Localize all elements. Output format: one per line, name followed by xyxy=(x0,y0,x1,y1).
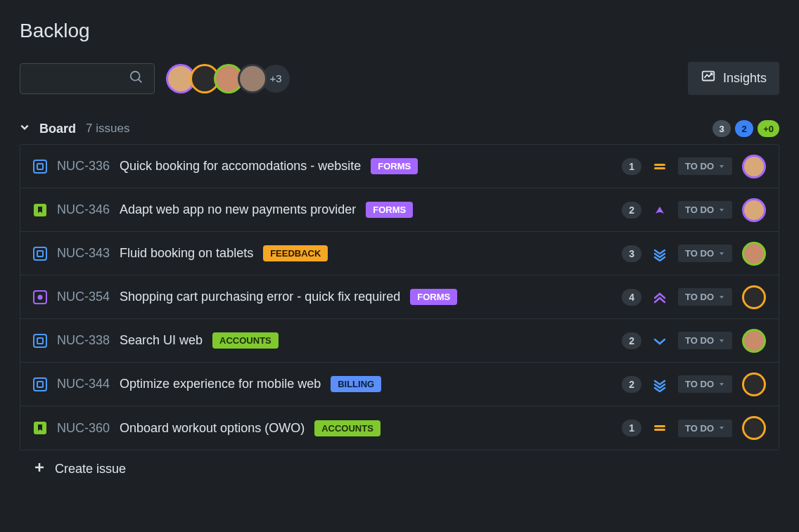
badge-inprogress[interactable]: 2 xyxy=(735,120,753,137)
assignee-avatar[interactable] xyxy=(742,285,766,309)
story-points[interactable]: 1 xyxy=(622,158,641,175)
section-title: Board xyxy=(39,122,76,136)
assignee-avatar[interactable] xyxy=(742,242,766,266)
svg-rect-12 xyxy=(34,335,46,347)
priority-highest-icon[interactable] xyxy=(651,289,668,306)
issue-row[interactable]: NUC-344Optimize experience for mobile we… xyxy=(20,363,779,406)
story-points[interactable]: 2 xyxy=(622,376,641,393)
toolbar: +3 Insights xyxy=(20,62,779,95)
issue-row[interactable]: NUC-338Search UI webACCOUNTS2TO DO xyxy=(20,319,779,363)
issue-title[interactable]: Quick booking for accomodations - websit… xyxy=(120,159,361,174)
issue-row[interactable]: NUC-360Onboard workout options (OWO)ACCO… xyxy=(20,406,779,450)
svg-rect-17 xyxy=(654,425,665,427)
status-dropdown[interactable]: TO DO xyxy=(678,157,732,175)
svg-rect-18 xyxy=(654,429,665,431)
svg-rect-5 xyxy=(654,164,665,166)
issue-key[interactable]: NUC-354 xyxy=(57,290,110,304)
issue-key[interactable]: NUC-336 xyxy=(57,159,110,174)
search-input[interactable] xyxy=(20,63,155,94)
issue-title[interactable]: Fluid booking on tablets xyxy=(120,246,253,261)
badge-todo[interactable]: 3 xyxy=(712,120,731,137)
epic-label[interactable]: BILLING xyxy=(331,376,381,392)
issue-row[interactable]: NUC-336Quick booking for accomodations -… xyxy=(20,145,779,188)
avatar-stack[interactable]: +3 xyxy=(166,64,290,93)
plus-icon xyxy=(34,462,45,476)
avatar[interactable] xyxy=(238,64,267,93)
status-dropdown[interactable]: TO DO xyxy=(678,201,732,219)
story-icon xyxy=(33,334,47,348)
epic-label[interactable]: FEEDBACK xyxy=(263,245,328,261)
status-dropdown[interactable]: TO DO xyxy=(678,245,732,262)
issue-key[interactable]: NUC-346 xyxy=(57,202,110,217)
epic-label[interactable]: FORMS xyxy=(410,289,457,305)
priority-lowest-icon[interactable] xyxy=(651,245,668,262)
issue-key[interactable]: NUC-338 xyxy=(57,333,110,348)
insights-label: Insights xyxy=(723,71,767,86)
create-issue-label: Create issue xyxy=(55,462,126,476)
issue-title[interactable]: Search UI web xyxy=(120,333,203,348)
priority-low-icon[interactable] xyxy=(651,332,668,349)
status-dropdown[interactable]: TO DO xyxy=(678,288,732,306)
story-points[interactable]: 2 xyxy=(622,332,641,349)
story-points[interactable]: 2 xyxy=(622,202,641,219)
issue-key[interactable]: NUC-360 xyxy=(57,421,110,436)
badge-done[interactable]: +0 xyxy=(758,120,779,137)
insights-button[interactable]: Insights xyxy=(688,62,779,95)
priority-high-icon[interactable] xyxy=(651,202,668,219)
priority-medium-icon[interactable] xyxy=(651,158,668,175)
status-dropdown[interactable]: TO DO xyxy=(678,420,732,437)
issue-row[interactable]: NUC-343Fluid booking on tabletsFEEDBACK3… xyxy=(20,232,779,275)
story-points[interactable]: 4 xyxy=(622,289,641,306)
epic-label[interactable]: FORMS xyxy=(371,158,418,174)
issue-key[interactable]: NUC-343 xyxy=(57,246,110,261)
status-badges: 3 2 +0 xyxy=(712,120,779,137)
bug-icon xyxy=(33,290,47,304)
bookmark-icon xyxy=(33,421,47,435)
svg-rect-9 xyxy=(37,251,43,257)
search-icon xyxy=(129,70,144,88)
assignee-avatar[interactable] xyxy=(742,372,766,396)
issue-title[interactable]: Optimize experience for mobile web xyxy=(120,377,321,391)
create-issue-button[interactable]: Create issue xyxy=(20,450,779,488)
page-title: Backlog xyxy=(20,20,779,42)
priority-medium-icon[interactable] xyxy=(651,420,668,436)
svg-rect-6 xyxy=(654,167,665,169)
svg-point-11 xyxy=(38,294,43,299)
bookmark-icon xyxy=(33,203,47,217)
epic-label[interactable]: ACCOUNTS xyxy=(314,420,381,436)
priority-lowest-icon[interactable] xyxy=(651,376,668,393)
issue-list: NUC-336Quick booking for accomodations -… xyxy=(20,144,779,450)
svg-rect-15 xyxy=(37,382,43,387)
epic-label[interactable]: FORMS xyxy=(366,202,413,218)
story-icon xyxy=(33,377,47,391)
story-icon xyxy=(33,160,47,174)
story-icon xyxy=(33,247,47,261)
svg-rect-8 xyxy=(34,247,46,260)
status-dropdown[interactable]: TO DO xyxy=(678,375,732,393)
section-header[interactable]: Board 7 issues 3 2 +0 xyxy=(20,120,779,137)
story-points[interactable]: 1 xyxy=(622,420,641,436)
svg-rect-13 xyxy=(37,338,43,344)
svg-point-0 xyxy=(131,71,140,80)
assignee-avatar[interactable] xyxy=(742,155,766,179)
assignee-avatar[interactable] xyxy=(742,329,766,353)
status-dropdown[interactable]: TO DO xyxy=(678,332,732,349)
chevron-down-icon xyxy=(20,122,30,135)
issue-title[interactable]: Onboard workout options (OWO) xyxy=(120,421,305,436)
issue-row[interactable]: NUC-354Shopping cart purchasing error - … xyxy=(20,275,779,319)
svg-line-1 xyxy=(139,79,142,82)
issue-title[interactable]: Adapt web app no new payments provider xyxy=(120,202,356,217)
issue-title[interactable]: Shopping cart purchasing error - quick f… xyxy=(120,290,400,304)
assignee-avatar[interactable] xyxy=(742,198,766,222)
svg-rect-3 xyxy=(34,160,46,173)
svg-rect-14 xyxy=(34,378,46,391)
epic-label[interactable]: ACCOUNTS xyxy=(212,332,279,349)
story-points[interactable]: 3 xyxy=(622,245,641,262)
chart-icon xyxy=(701,69,716,88)
issue-row[interactable]: NUC-346Adapt web app no new payments pro… xyxy=(20,188,779,232)
issue-count: 7 issues xyxy=(86,122,129,136)
assignee-avatar[interactable] xyxy=(742,416,766,440)
issue-key[interactable]: NUC-344 xyxy=(57,377,110,391)
svg-rect-4 xyxy=(37,164,43,169)
